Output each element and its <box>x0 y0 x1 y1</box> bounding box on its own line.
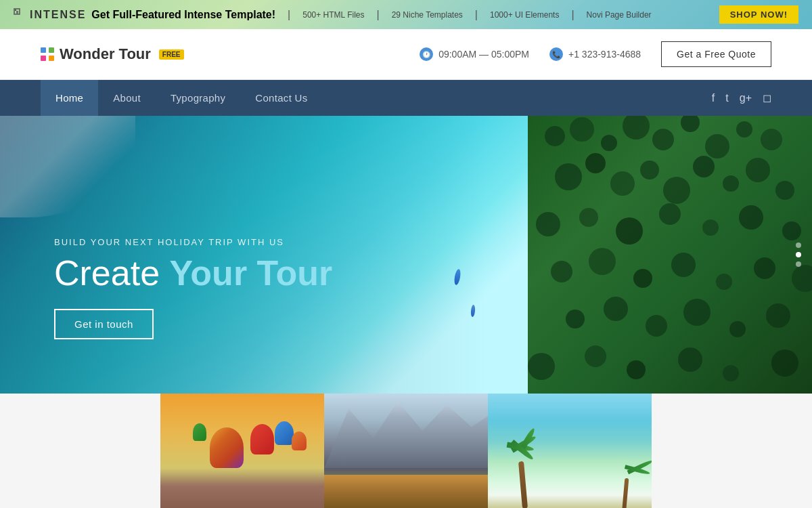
gallery-image-beach[interactable] <box>488 394 652 508</box>
nav-item-home[interactable]: Home <box>41 80 98 116</box>
mountain-forest <box>324 475 488 508</box>
balloon-5 <box>193 423 206 441</box>
nav-link-home[interactable]: Home <box>41 80 98 116</box>
palm-tree-2 <box>623 478 627 508</box>
logo-name: Wonder Tour <box>60 45 151 63</box>
gallery-image-balloons[interactable] <box>160 394 324 508</box>
balloon-main <box>210 427 244 468</box>
quote-button[interactable]: Get a Free Quote <box>661 41 771 67</box>
hero-title: Create Your Tour <box>54 254 332 293</box>
nav-social: f t g+ ◻ <box>712 91 771 104</box>
hours-contact: 🕐 09:00AM — 05:00PM <box>420 47 529 61</box>
nav-item-about[interactable]: About <box>98 80 156 116</box>
phone-text: +1 323-913-4688 <box>568 49 641 60</box>
balloon-4 <box>292 431 307 450</box>
instagram-icon[interactable]: ◻ <box>763 91 771 104</box>
nav-item-typography[interactable]: Typography <box>156 80 240 116</box>
promo-tag-2: 29 Niche Templates <box>392 10 463 20</box>
nav-link-typography[interactable]: Typography <box>156 80 240 116</box>
promo-left: INTENSE Get Full-Featured Intense Templa… <box>14 8 652 22</box>
promo-tag-1: 500+ HTML Files <box>302 10 364 20</box>
nav-link-contact[interactable]: Contact Us <box>240 80 322 116</box>
gallery-spacer-right <box>652 394 812 508</box>
nav-item-contact[interactable]: Contact Us <box>240 80 322 116</box>
phone-contact: 📞 +1 323-913-4688 <box>549 47 641 61</box>
hero-section: BUILD YOUR NEXT HOLIDAY TRIP WITH US Cre… <box>0 116 812 394</box>
logo[interactable]: Wonder Tour FREE <box>41 45 184 63</box>
promo-tag-4: Novi Page Builder <box>587 10 652 20</box>
gallery-spacer-left <box>0 394 160 508</box>
intense-logo-icon <box>14 8 27 22</box>
promo-bar: INTENSE Get Full-Featured Intense Templa… <box>0 0 812 29</box>
google-plus-icon[interactable]: g+ <box>740 92 752 104</box>
svg-rect-3 <box>15 9 16 11</box>
slider-dot-2[interactable] <box>796 252 801 257</box>
logo-dot-4 <box>49 56 54 61</box>
header: Wonder Tour FREE 🕐 09:00AM — 05:00PM 📞 +… <box>0 29 812 80</box>
facebook-icon[interactable]: f <box>712 92 715 104</box>
balloon-2 <box>250 424 274 454</box>
logo-dots <box>41 47 54 61</box>
slider-dot-1[interactable] <box>796 242 801 248</box>
shop-now-button[interactable]: SHOP NOW! <box>719 5 798 24</box>
twitter-icon[interactable]: t <box>725 92 728 104</box>
intense-logo: INTENSE <box>14 8 86 22</box>
logo-dot-1 <box>41 47 46 53</box>
phone-icon: 📞 <box>549 47 563 61</box>
rock-formations <box>160 468 324 508</box>
palm-tree-1 <box>520 461 526 508</box>
promo-items: Get Full-Featured Intense Template! | 50… <box>91 9 651 21</box>
slider-dot-3[interactable] <box>796 261 801 267</box>
logo-dot-3 <box>41 56 46 61</box>
promo-main-text: Get Full-Featured Intense Template! <box>91 9 275 21</box>
hours-text: 09:00AM — 05:00PM <box>438 49 529 60</box>
gallery-row <box>0 394 812 508</box>
header-contact: 🕐 09:00AM — 05:00PM 📞 +1 323-913-4688 Ge… <box>420 41 771 67</box>
hero-content: BUILD YOUR NEXT HOLIDAY TRIP WITH US Cre… <box>54 237 332 339</box>
slider-dots[interactable] <box>796 242 801 267</box>
hero-title-plain: Create <box>54 253 170 293</box>
intense-logo-text: INTENSE <box>30 9 86 21</box>
get-in-touch-button[interactable]: Get in touch <box>54 309 154 339</box>
hero-title-bold: Your Tour <box>170 253 333 293</box>
nav-links: Home About Typography Contact Us <box>41 80 323 116</box>
main-nav: Home About Typography Contact Us f t g+ … <box>0 80 812 116</box>
gallery-image-mountain[interactable] <box>324 394 488 508</box>
nav-link-about[interactable]: About <box>98 80 156 116</box>
promo-tag-3: 1000+ UI Elements <box>490 10 559 20</box>
logo-badge: FREE <box>159 49 184 60</box>
hero-subtitle: BUILD YOUR NEXT HOLIDAY TRIP WITH US <box>54 237 332 247</box>
palm-leaves-1 <box>503 441 544 468</box>
clock-icon: 🕐 <box>420 47 433 61</box>
logo-dot-2 <box>49 47 54 53</box>
